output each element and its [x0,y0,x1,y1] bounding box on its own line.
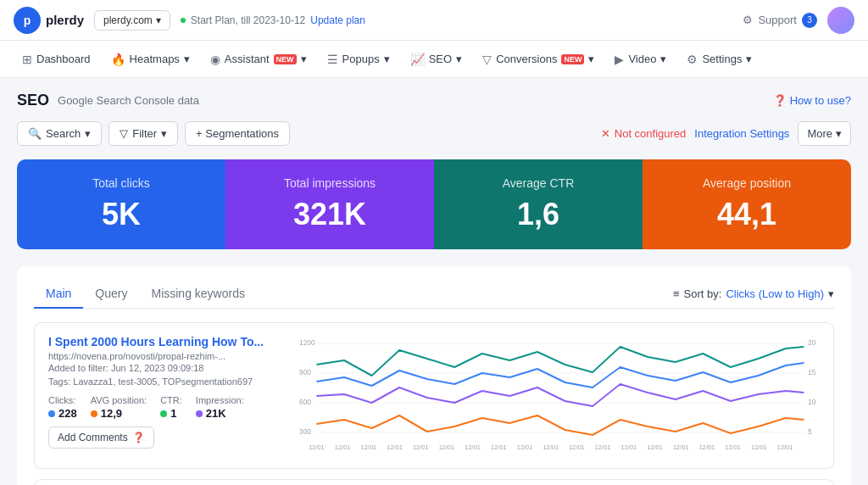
assistant-icon: ◉ [210,53,220,66]
topbar: p plerdy plerdy.com ▾ Start Plan, till 2… [0,0,868,41]
dot-impression [196,410,203,417]
support-count: 3 [802,13,817,28]
svg-text:12/01: 12/01 [335,443,351,451]
svg-text:12/01: 12/01 [725,443,741,451]
stat-card-total-clicks: Total clicks 5K [17,159,225,249]
toolbar: 🔍 Search ▾ ▽ Filter ▾ + Segmentations ✕ … [17,121,851,146]
chart-svg: 1200 900 600 300 20 15 10 5 [299,335,820,454]
metric-value-avg-position: 12,9 [91,407,147,420]
not-configured-label: Not configured [615,127,687,140]
metric-label-avg-position: AVG position: [91,395,147,405]
svg-text:1200: 1200 [299,338,315,347]
support-button[interactable]: ⚙ Support 3 [743,13,817,28]
not-configured-status: ✕ Not configured [601,127,687,140]
page-title: SEO [17,92,49,109]
toolbar-right: ✕ Not configured Integration Settings Mo… [601,121,851,146]
svg-text:12/01: 12/01 [309,443,325,451]
svg-text:10: 10 [808,398,815,406]
chevron-down-icon: ▾ [301,53,307,65]
more-button[interactable]: More ▾ [798,121,851,146]
metric-value-ctr: 1 [160,407,182,420]
seo-header: SEO Google Search Console data ❓ How to … [17,92,851,109]
tabs-section: Main Query Missing keywords ≡ Sort by: C… [17,266,851,485]
chevron-down-icon: ▾ [588,53,594,65]
heatmaps-icon: 🔥 [111,53,125,66]
svg-text:900: 900 [299,368,311,376]
tabs-row: Main Query Missing keywords ≡ Sort by: C… [34,280,834,309]
metric-value-impression: 21K [196,407,244,420]
svg-text:12/01: 12/01 [465,443,481,451]
search-button[interactable]: 🔍 Search ▾ [17,121,102,146]
nav-label-heatmaps: Heatmaps [130,53,180,65]
tab-missing-keywords[interactable]: Missing keywords [139,280,256,309]
nav-item-dashboard[interactable]: ⊞ Dashboard [14,47,99,71]
sort-by: ≡ Sort by: Clicks (Low to High) ▾ [673,287,834,300]
segmentations-button[interactable]: + Segmentations [185,121,290,146]
svg-text:12/01: 12/01 [569,443,585,451]
stat-value-position: 44,1 [663,197,831,232]
support-icon: ⚙ [743,14,753,26]
add-comments-button[interactable]: Add Comments ❓ [48,426,154,449]
nav-item-seo[interactable]: 📈 SEO ▾ [402,47,470,71]
plan-badge: Start Plan, till 2023-10-12 Update plan [181,14,365,26]
svg-text:12/01: 12/01 [647,443,663,451]
sort-value[interactable]: Clicks (Low to High) [726,287,824,300]
how-to-use-link[interactable]: ❓ How to use? [773,94,851,107]
nav-label-popups: Popups [342,53,380,65]
plan-text: Start Plan, till 2023-10-12 [191,14,305,26]
svg-text:12/01: 12/01 [751,443,767,451]
nav-item-heatmaps[interactable]: 🔥 Heatmaps ▾ [103,47,198,71]
tab-main[interactable]: Main [34,280,83,309]
filter-icon: ▽ [120,127,128,140]
add-comments-label: Add Comments [58,432,128,443]
search-icon: 🔍 [28,127,42,140]
stat-value-ctr: 1,6 [454,197,622,232]
nav-item-video[interactable]: ▶ Video ▾ [606,47,675,71]
page-content: SEO Google Search Console data ❓ How to … [0,78,868,485]
dot-clicks [48,410,55,417]
nav-label-dashboard: Dashboard [36,53,91,65]
popups-icon: ☰ [327,53,338,66]
nav-item-assistant[interactable]: ◉ Assistant NEW ▾ [202,47,315,71]
keyword-chart: 1200 900 600 300 20 15 10 5 [299,335,820,456]
nav-label-settings: Settings [702,53,742,65]
svg-text:12/01: 12/01 [542,443,559,451]
stat-label-ctr: Average CTR [454,176,622,190]
nav-label-seo: SEO [429,53,452,65]
svg-text:12/01: 12/01 [621,443,637,451]
nav-item-conversions[interactable]: ▽ Conversions NEW ▾ [474,47,603,71]
filter-button[interactable]: ▽ Filter ▾ [108,121,178,146]
svg-text:12/01: 12/01 [673,443,689,451]
video-icon: ▶ [615,53,624,66]
stat-label-position: Average position [663,176,831,190]
stat-value-clicks: 5K [37,197,205,232]
keyword-card: I Spent 2000 Hours Learning How To... ht… [34,322,834,469]
integration-settings-link[interactable]: Integration Settings [694,127,789,140]
seo-subtitle: Google Search Console data [58,94,199,107]
keyword-title[interactable]: I Spent 2000 Hours Learning How To... [48,335,269,348]
svg-text:12/01: 12/01 [595,443,611,451]
update-plan-link[interactable]: Update plan [310,14,365,26]
error-icon: ✕ [601,127,610,140]
avatar[interactable] [827,7,854,34]
nav-item-settings[interactable]: ⚙ Settings ▾ [678,47,760,71]
filter-label: Filter [132,127,157,140]
segmentations-label: + Segmentations [196,127,279,140]
chevron-down-icon: ▾ [184,53,190,65]
domain-value: plerdy.com [103,14,153,26]
chevron-down-icon: ▾ [828,287,834,300]
keyword-info: I Spent 2000 Hours Learning How To... ht… [48,335,286,456]
keyword-added: Added to filter: Jun 12, 2023 09:09:18 [48,363,286,373]
conversions-new-badge: NEW [561,54,584,64]
svg-text:12/01: 12/01 [413,443,429,451]
domain-selector[interactable]: plerdy.com ▾ [94,10,170,31]
logo: p plerdy [14,7,84,34]
plan-status-dot [181,18,186,23]
more-label: More [807,127,832,140]
metric-impression: Impression: 21K [196,395,244,420]
settings-icon: ⚙ [687,53,698,66]
nav-item-popups[interactable]: ☰ Popups ▾ [319,47,398,71]
support-label: Support [758,14,797,26]
tab-query[interactable]: Query [83,280,139,309]
metric-ctr: CTR: 1 [160,395,182,420]
